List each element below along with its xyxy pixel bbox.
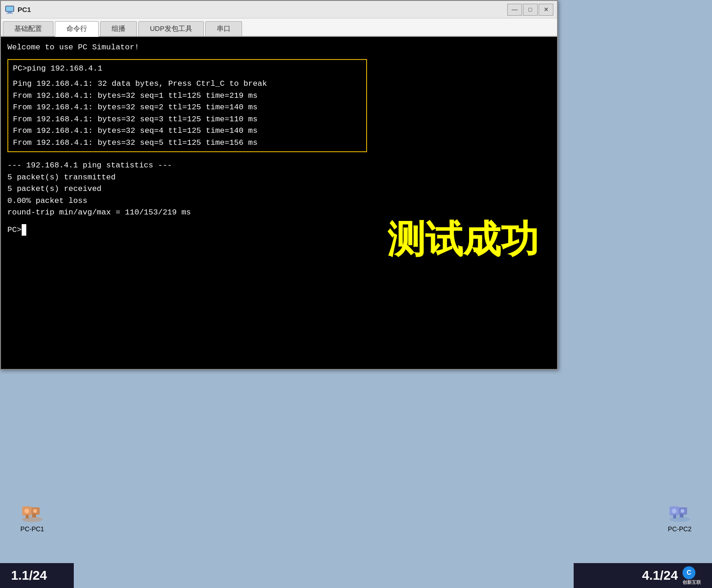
computer-icon [5, 5, 15, 15]
ping-result-5: From 192.168.4.1: bytes=32 seq=5 ttl=125… [13, 137, 362, 149]
ping-box: PC>ping 192.168.4.1 Ping 192.168.4.1: 32… [7, 59, 367, 153]
pc2-label: PC-PC2 [668, 525, 691, 533]
svg-point-10 [33, 509, 37, 513]
ping-header: Ping 192.168.4.1: 32 data bytes, Press C… [13, 78, 362, 90]
svg-rect-7 [26, 515, 29, 518]
pc2-icon [666, 497, 694, 523]
status-left: 1.1/24 [0, 563, 74, 588]
stats-line-3: 0.00% packet loss [7, 195, 551, 207]
tab-chuankou[interactable]: 串口 [205, 21, 242, 36]
minimize-button[interactable]: — [507, 4, 522, 16]
stats-section: --- 192.168.4.1 ping statistics --- 5 pa… [7, 160, 551, 219]
title-bar-left: PC1 [5, 5, 31, 15]
brand-text: 创新互联 [682, 579, 701, 585]
desktop-icon-pc1[interactable]: PC-PC1 [14, 497, 51, 533]
svg-rect-15 [680, 514, 683, 517]
svg-point-17 [681, 509, 684, 513]
desktop-icons: PC-PC1 PC-PC2 [0, 497, 712, 533]
status-right: 4.1/24 C 创新互联 [574, 563, 712, 588]
desktop: PC1 — □ ✕ 基础配置 命令行 组播 UDP发包工具 串口 Welcome… [0, 0, 712, 588]
ping-result-4: From 192.168.4.1: bytes=32 seq=4 ttl=125… [13, 125, 362, 137]
title-bar: PC1 — □ ✕ [1, 1, 557, 18]
svg-rect-2 [6, 13, 13, 14]
status-bar: 1.1/24 4.1/24 C 创新互联 [0, 563, 712, 588]
ping-result-1: From 192.168.4.1: bytes=32 seq=1 ttl=125… [13, 90, 362, 102]
tab-bar: 基础配置 命令行 组播 UDP发包工具 串口 [1, 18, 557, 37]
stats-header: --- 192.168.4.1 ping statistics --- [7, 160, 551, 172]
svg-rect-8 [32, 514, 36, 517]
ping-result-3: From 192.168.4.1: bytes=32 seq=3 ttl=125… [13, 113, 362, 125]
brand-logo: C 创新互联 [682, 566, 701, 585]
pc1-icon [18, 497, 46, 523]
status-left-text: 1.1/24 [11, 568, 47, 583]
stats-line-2: 5 packet(s) received [7, 183, 551, 195]
terminal-area: Welcome to use PC Simulator! PC>ping 192… [1, 37, 557, 369]
success-overlay: 测试成功 [387, 211, 539, 267]
svg-rect-14 [673, 515, 676, 518]
tab-mingling[interactable]: 命令行 [55, 21, 99, 37]
pc1-window: PC1 — □ ✕ 基础配置 命令行 组播 UDP发包工具 串口 Welcome… [0, 0, 558, 370]
status-right-text: 4.1/24 [642, 568, 678, 583]
svg-point-9 [24, 509, 29, 513]
window-title: PC1 [18, 6, 31, 13]
tab-udp[interactable]: UDP发包工具 [138, 21, 204, 36]
tab-zub[interactable]: 组播 [100, 21, 137, 36]
title-bar-buttons: — □ ✕ [507, 4, 553, 16]
close-button[interactable]: ✕ [539, 4, 553, 16]
terminal-prompt: PC> [7, 226, 22, 234]
stats-line-1: 5 packet(s) transmitted [7, 172, 551, 184]
tab-jichu[interactable]: 基础配置 [3, 21, 53, 36]
welcome-text: Welcome to use PC Simulator! [7, 42, 551, 53]
svg-rect-1 [8, 12, 12, 13]
pc1-label: PC-PC1 [20, 525, 44, 533]
command-line: PC>ping 192.168.4.1 [13, 63, 362, 75]
ping-result-2: From 192.168.4.1: bytes=32 seq=2 ttl=125… [13, 101, 362, 113]
svg-point-16 [672, 509, 676, 513]
svg-rect-3 [6, 6, 13, 11]
maximize-button[interactable]: □ [523, 4, 538, 16]
desktop-icon-pc2[interactable]: PC-PC2 [661, 497, 698, 533]
